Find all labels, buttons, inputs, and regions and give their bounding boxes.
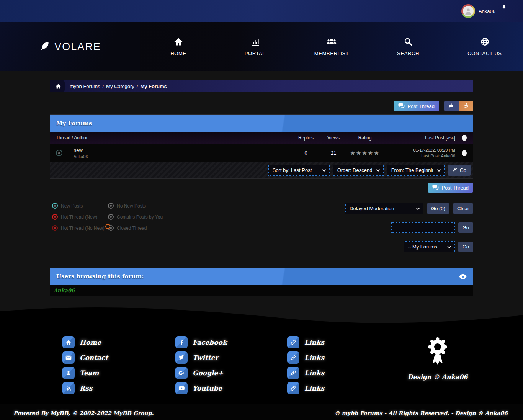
column-views[interactable]: Views <box>321 135 346 141</box>
moderation-go-button[interactable]: Go (0) <box>427 203 449 214</box>
search-forum-input[interactable] <box>391 222 455 233</box>
footer-link-youtube[interactable]: Youtube <box>175 382 287 395</box>
last-post-author[interactable]: Last Post: Anka06 <box>384 154 455 158</box>
footer-link-contact[interactable]: Contact <box>62 351 175 364</box>
column-replies[interactable]: Replies <box>291 135 321 141</box>
notification-bell-icon[interactable] <box>501 4 507 12</box>
go-label: Go <box>460 167 466 173</box>
column-last-post[interactable]: Last Post [asc] <box>384 135 455 141</box>
page-background: mybb Forums / My Category / My Forums Po… <box>0 71 523 333</box>
column-rating[interactable]: Rating <box>346 135 384 141</box>
footer-link-2[interactable]: Links <box>287 351 396 364</box>
thread-author-link[interactable]: Anka06 <box>74 154 88 159</box>
thumbs-up-icon <box>448 103 454 109</box>
forum-jump-go-button[interactable]: Go <box>458 242 473 252</box>
footer-link-googleplus[interactable]: Google+ <box>175 366 287 379</box>
thread-row: new Anka06 0 21 ★★★★★ 01-17-2022, 08:29 … <box>50 144 473 162</box>
forum-jump-select[interactable]: -- My Forums <box>404 241 455 252</box>
post-thread-label: Post Thread <box>441 185 469 191</box>
thread-select-checkbox[interactable] <box>462 150 467 156</box>
users-browsing-header: Users browsing this forum: <box>50 268 473 285</box>
breadcrumb-home-icon[interactable] <box>50 80 65 92</box>
nav-label: HOME <box>170 51 186 56</box>
thread-title-link[interactable]: new <box>74 147 88 153</box>
nav-item-search[interactable]: SEARCH <box>370 22 446 71</box>
footer-link-1[interactable]: Links <box>287 336 396 349</box>
breadcrumb-link-forums[interactable]: mybb Forums <box>70 83 100 89</box>
thread-replies-count: 0 <box>291 150 321 156</box>
nav-item-contact[interactable]: CONTACT US <box>446 22 523 71</box>
footer-link-facebook[interactable]: Facebook <box>175 336 287 349</box>
hubspot-share-button[interactable] <box>459 101 473 111</box>
home-icon <box>173 37 183 46</box>
facebook-icon <box>175 336 188 348</box>
thread-status-icon <box>56 150 62 156</box>
forum-thread-table: My Forums Thread / Author Replies Views … <box>50 114 473 179</box>
from-select-wrap: From: The Beginning <box>387 165 445 176</box>
footer-column-social: Facebook Twitter Google+ Youtube <box>175 336 287 397</box>
from-select[interactable]: From: The Beginning <box>387 165 445 176</box>
footer-link-home[interactable]: Home <box>62 336 175 349</box>
brand-logo[interactable]: VOLARE <box>0 22 140 71</box>
legend-contains-posts: Contains Posts by You <box>108 214 163 220</box>
person-icon <box>62 367 75 379</box>
moderation-clear-button[interactable]: Clear <box>453 203 473 214</box>
footer-link-team[interactable]: Team <box>62 366 175 379</box>
thread-status-legend: New Posts No New Posts Hot Thread (New) … <box>50 203 163 231</box>
rocket-icon <box>452 167 458 173</box>
topbar-username[interactable]: Anka06 <box>479 8 495 14</box>
nav-items: HOME PORTAL MEMBERLIST SEARCH CONTACT US <box>140 22 523 71</box>
design-credit: Design © Anka06 <box>408 373 468 381</box>
link-icon <box>287 336 299 348</box>
legend-hot-thread-new: Hot Thread (New) <box>52 214 108 220</box>
eye-icon[interactable] <box>459 274 467 279</box>
nav-label: CONTACT US <box>467 51 502 56</box>
facebook-like-button[interactable] <box>444 101 459 111</box>
select-all-checkbox[interactable] <box>462 135 467 141</box>
post-thread-button[interactable]: Post Thread <box>394 101 439 111</box>
home-icon <box>62 336 75 348</box>
footer-link-twitter[interactable]: Twitter <box>175 351 287 364</box>
contains-posts-indicator-icon <box>108 214 114 220</box>
new-posts-indicator-icon <box>52 203 58 209</box>
breadcrumb-current: My Forums <box>140 83 167 89</box>
thread-rating-stars[interactable]: ★★★★★ <box>346 150 384 157</box>
sort-bar: Sort by: Last Post Order: Descending Fro… <box>50 162 473 178</box>
user-avatar[interactable] <box>461 4 475 18</box>
column-thread-author[interactable]: Thread / Author <box>50 135 291 141</box>
moderation-select[interactable]: Delayed Moderation <box>345 203 423 214</box>
search-icon <box>404 37 413 46</box>
powered-by-text[interactable]: Powered By MyBB, © 2002-2022 MyBB Group. <box>13 410 154 416</box>
envelope-icon <box>62 351 75 364</box>
users-browsing-table: Users browsing this forum: Anka06 <box>50 268 473 296</box>
moderation-select-wrap: Delayed Moderation <box>345 203 423 214</box>
nav-item-home[interactable]: HOME <box>140 22 217 71</box>
footer-column-links: Links Links Links Links <box>287 336 396 397</box>
forum-title-text: My Forums <box>56 120 92 127</box>
nav-label: PORTAL <box>245 51 265 56</box>
nav-label: SEARCH <box>397 51 419 56</box>
browsing-user-link[interactable]: Anka06 <box>54 288 75 293</box>
footer-link-rss[interactable]: Rss <box>62 382 175 395</box>
sort-by-select[interactable]: Sort by: Last Post <box>268 165 330 176</box>
breadcrumb-separator: / <box>137 83 138 89</box>
breadcrumb: mybb Forums / My Category / My Forums <box>50 80 473 92</box>
footer: Home Contact Team Rss Facebook Twi <box>0 333 523 404</box>
order-select[interactable]: Order: Descending <box>333 165 384 176</box>
nav-item-memberlist[interactable]: MEMBERLIST <box>293 22 370 71</box>
rss-icon <box>62 382 75 394</box>
avatar-silhouette-icon <box>463 6 474 16</box>
footer-link-3[interactable]: Links <box>287 366 396 379</box>
forum-controls: Delayed Moderation Go (0) Clear Go -- My… <box>345 203 473 252</box>
nav-item-portal[interactable]: PORTAL <box>217 22 293 71</box>
search-go-button[interactable]: Go <box>458 222 473 233</box>
post-thread-button-bottom[interactable]: Post Thread <box>428 183 473 193</box>
footer-column-site: Home Contact Team Rss <box>62 336 175 397</box>
breadcrumb-link-category[interactable]: My Category <box>106 83 134 89</box>
sort-go-button[interactable]: Go <box>448 165 471 176</box>
chat-bubbles-icon <box>432 185 439 191</box>
twitter-icon <box>175 351 188 364</box>
link-icon <box>287 367 299 379</box>
footer-link-4[interactable]: Links <box>287 382 396 395</box>
nav-label: MEMBERLIST <box>314 51 349 56</box>
